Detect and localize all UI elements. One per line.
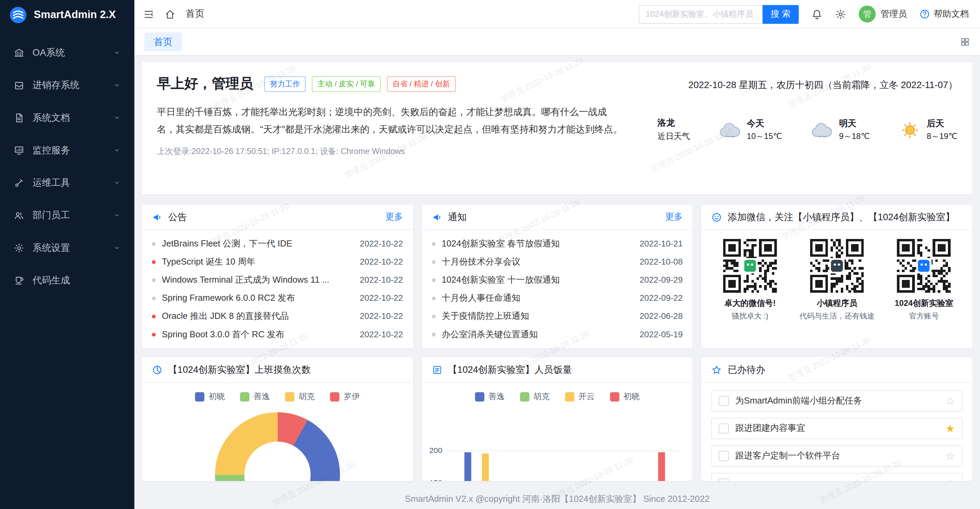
y-axis-tick: 200	[429, 446, 442, 455]
greeting-tag: 自省 / 精进 / 创新	[387, 76, 456, 92]
todo-checkbox[interactable]	[719, 423, 729, 433]
app-title: SmartAdmin 2.X	[34, 9, 116, 21]
layout-grid-icon[interactable]	[960, 37, 970, 47]
legend-item[interactable]: 初晓	[195, 391, 225, 402]
sidebar-item-label: 系统设置	[32, 242, 70, 254]
todo-item[interactable]: 跟进客户定制一个软件平台☆	[711, 445, 963, 467]
legend-item[interactable]: 善逸	[240, 391, 270, 402]
bar	[482, 454, 488, 481]
bar-group	[464, 452, 497, 481]
sidebar-item-ops[interactable]: 运维工具	[0, 166, 134, 199]
announcement-item[interactable]: Oracle 推出 JDK 8 的直接替代品2022-10-22	[152, 307, 403, 326]
item-date: 2022-10-22	[360, 275, 403, 284]
todo-star-icon[interactable]: ☆	[945, 396, 955, 406]
chevron-down-icon	[113, 147, 121, 154]
notice-list: 1024创新实验室 春节放假通知2022-10-21十月份技术分享会议2022-…	[422, 235, 693, 343]
tab-home[interactable]: 首页	[144, 32, 182, 51]
item-text: 1024创新实验室 十一放假通知	[442, 274, 640, 286]
legend-item[interactable]: 善逸	[475, 391, 505, 402]
legend-item[interactable]: 初晓	[609, 391, 640, 402]
home-icon[interactable]	[164, 8, 176, 20]
announcement-item[interactable]: Windows Terminal 正式成为 Windows 11 ...2022…	[152, 271, 403, 289]
todo-star-icon[interactable]: ☆	[945, 451, 955, 461]
sidebar-item-codegen[interactable]: 代码生成	[0, 264, 134, 296]
qrcode-block: 小镇程序员代码与生活，还有钱途	[796, 239, 878, 322]
todo-item[interactable]: 跟进团建内容事宜★	[711, 418, 963, 439]
sidebar-item-label: 系统文档	[32, 112, 70, 124]
sidebar-item-docs[interactable]: 系统文档	[0, 101, 134, 134]
meal-chart-legend: 善逸胡克开云初晓	[422, 383, 693, 402]
user-menu[interactable]: 管 管理员	[859, 5, 907, 22]
menu-fold-icon[interactable]	[143, 8, 154, 20]
bell-icon[interactable]	[811, 8, 822, 20]
date-line: 2022-10-28 星期五，农历十初四（当前霜降，立冬 2022-11-07）	[688, 80, 958, 91]
announcement-more-link[interactable]: 更多	[385, 211, 403, 223]
qrcode-name: 卓大的微信号!	[724, 298, 776, 309]
cloud-icon	[719, 121, 741, 139]
item-date: 2022-10-21	[640, 239, 683, 248]
item-date: 2022-09-29	[640, 275, 683, 284]
legend-swatch	[240, 392, 249, 401]
item-date: 2022-10-08	[640, 257, 683, 266]
legend-swatch	[520, 392, 529, 401]
avatar: 管	[859, 5, 876, 22]
notice-item[interactable]: 关于疫情防控上班通知2022-06-28	[432, 307, 683, 326]
todo-item[interactable]: 为SmartAdmin前端小组分配任务☆	[711, 390, 963, 412]
gear-icon	[14, 243, 24, 253]
topbar-right: 搜 索 管 管理员 帮助文档	[639, 5, 969, 24]
announcement-item[interactable]: Spring Boot 3.0.0 首个 RC 发布2022-10-22	[152, 326, 403, 343]
inbox-icon	[14, 80, 24, 91]
announcement-title: 公告	[168, 211, 187, 223]
todo-star-icon[interactable]: ☆	[945, 478, 955, 481]
notice-item[interactable]: 1024创新实验室 十一放假通知2022-09-29	[432, 271, 683, 289]
qrcode-row: 卓大的微信号!骚扰卓大 :)小镇程序员代码与生活，还有钱途1024创新实验室官方…	[701, 230, 972, 322]
gear-icon[interactable]	[835, 8, 846, 20]
todo-checkbox[interactable]	[719, 479, 729, 481]
topbar-left: 首页	[143, 8, 205, 20]
todo-checkbox[interactable]	[719, 451, 729, 461]
search-input[interactable]	[639, 5, 763, 24]
legend-swatch	[565, 392, 574, 401]
sidebar-item-settings[interactable]: 系统设置	[0, 231, 134, 264]
item-text: 1024创新实验室 春节放假通知	[442, 238, 640, 249]
notice-item[interactable]: 十月份技术分享会议2022-10-08	[432, 253, 683, 271]
notice-card: 通知 更多 1024创新实验室 春节放假通知2022-10-21十月份技术分享会…	[422, 204, 693, 348]
breadcrumb[interactable]: 首页	[186, 8, 204, 20]
sidebar-item-employee[interactable]: 部门员工	[0, 199, 134, 231]
legend-item[interactable]: 开云	[565, 391, 595, 402]
app-logo-icon	[9, 5, 28, 24]
announcement-item[interactable]: TypeScript 诞生 10 周年2022-10-22	[152, 253, 403, 271]
app-logo[interactable]: SmartAdmin 2.X	[0, 0, 134, 30]
todo-item[interactable]: ☆	[711, 473, 963, 481]
user-name: 管理员	[881, 8, 907, 20]
sidebar-item-label: 运维工具	[32, 177, 70, 189]
sidebar-item-monitor[interactable]: 监控服务	[0, 134, 134, 166]
item-date: 2022-06-28	[640, 311, 683, 321]
notice-item[interactable]: 1024创新实验室 春节放假通知2022-10-21	[432, 235, 683, 253]
todo-star-icon[interactable]: ★	[945, 423, 955, 434]
chevron-down-icon	[113, 114, 121, 121]
list-dot	[432, 314, 436, 318]
help-link[interactable]: 帮助文档	[919, 8, 969, 20]
sidebar-menu: OA系统进销存系统系统文档监控服务运维工具部门员工系统设置代码生成	[0, 30, 134, 297]
notice-item[interactable]: 办公室消杀关键位置通知2022-05-19	[432, 326, 683, 343]
sidebar: SmartAdmin 2.X OA系统进销存系统系统文档监控服务运维工具部门员工…	[0, 0, 134, 509]
bar-chart: 150200	[448, 405, 681, 481]
todo-card: 已办待办 为SmartAdmin前端小组分配任务☆跟进团建内容事宜★跟进客户定制…	[701, 357, 972, 481]
greeting-tag: 努力工作	[264, 76, 305, 92]
todo-checkbox[interactable]	[719, 396, 729, 406]
sidebar-item-oa[interactable]: OA系统	[0, 36, 134, 69]
list-icon	[432, 364, 442, 375]
sidebar-item-label: 部门员工	[32, 209, 70, 221]
notice-item[interactable]: 十月份人事任命通知2022-09-22	[432, 289, 683, 307]
announcement-item[interactable]: JetBrains Fleet 公测，下一代 IDE2022-10-22	[152, 235, 403, 253]
todo-title: 已办待办	[727, 364, 765, 375]
legend-item[interactable]: 胡克	[285, 391, 315, 402]
notice-more-link[interactable]: 更多	[665, 211, 682, 223]
search-button[interactable]: 搜 索	[763, 5, 799, 24]
legend-item[interactable]: 胡克	[520, 391, 550, 402]
legend-item[interactable]: 罗伊	[330, 391, 360, 402]
help-label: 帮助文档	[934, 8, 969, 20]
sidebar-item-erp[interactable]: 进销存系统	[0, 69, 134, 101]
announcement-item[interactable]: Spring Framework 6.0.0 RC2 发布2022-10-22	[152, 289, 403, 307]
